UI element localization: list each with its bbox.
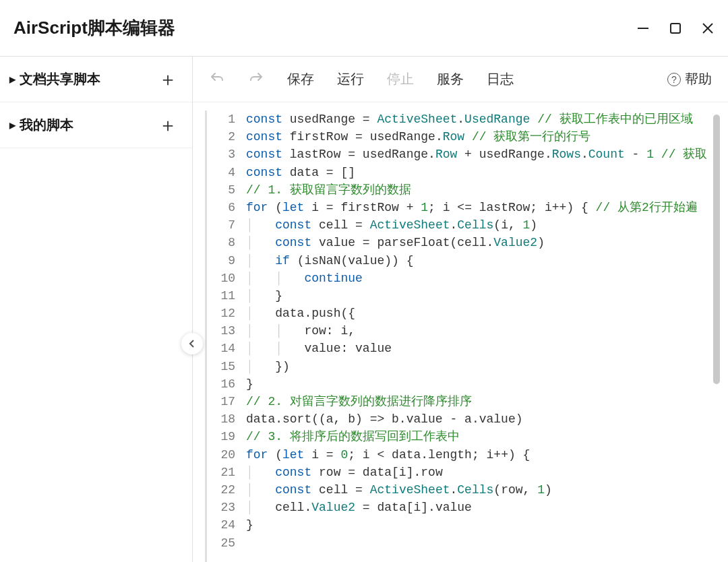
chevron-right-icon: ▶ (9, 121, 16, 130)
sidebar-item-label: 我的脚本 (20, 116, 73, 134)
help-icon: ? (667, 73, 681, 86)
undo-icon (209, 69, 225, 86)
content-area: 保存 运行 停止 服务 日志 ? 帮助 12345678910111213141… (193, 57, 728, 562)
redo-button[interactable] (248, 69, 264, 89)
sidebar-item-shared-scripts[interactable]: ▶ 文档共享脚本 ＋ (0, 57, 192, 102)
maximize-icon[interactable] (669, 22, 682, 35)
vertical-scrollbar[interactable] (713, 115, 720, 384)
run-button[interactable]: 运行 (337, 70, 364, 88)
help-button[interactable]: ? 帮助 (667, 70, 712, 88)
stop-button: 停止 (387, 70, 414, 88)
window-controls (636, 22, 715, 35)
code-area[interactable]: const usedRange = ActiveSheet.UsedRange … (246, 111, 721, 562)
chevron-left-icon (187, 339, 197, 348)
log-button[interactable]: 日志 (487, 70, 514, 88)
minimize-icon[interactable] (636, 22, 650, 35)
redo-icon (248, 69, 264, 86)
sidebar-item-label: 文档共享脚本 (20, 70, 100, 88)
undo-button[interactable] (209, 69, 225, 89)
help-label: 帮助 (685, 70, 712, 88)
add-shared-script-button[interactable]: ＋ (158, 67, 177, 92)
line-gutter: 1234567891011121314151617181920212223242… (207, 111, 246, 562)
add-my-script-button[interactable]: ＋ (158, 113, 177, 138)
chevron-right-icon: ▶ (9, 75, 16, 84)
titlebar: AirScript脚本编辑器 (0, 0, 728, 57)
service-button[interactable]: 服务 (437, 70, 464, 88)
sidebar-item-my-scripts[interactable]: ▶ 我的脚本 ＋ (0, 102, 192, 148)
collapse-sidebar-button[interactable] (181, 333, 203, 354)
main: ▶ 文档共享脚本 ＋ ▶ 我的脚本 ＋ 保存 (0, 57, 728, 562)
svg-rect-1 (671, 24, 680, 33)
code-editor[interactable]: 1234567891011121314151617181920212223242… (205, 111, 721, 562)
save-button[interactable]: 保存 (287, 70, 314, 88)
sidebar: ▶ 文档共享脚本 ＋ ▶ 我的脚本 ＋ (0, 57, 193, 562)
close-icon[interactable] (701, 22, 715, 35)
toolbar: 保存 运行 停止 服务 日志 ? 帮助 (193, 57, 728, 102)
app-title: AirScript脚本编辑器 (13, 16, 175, 40)
